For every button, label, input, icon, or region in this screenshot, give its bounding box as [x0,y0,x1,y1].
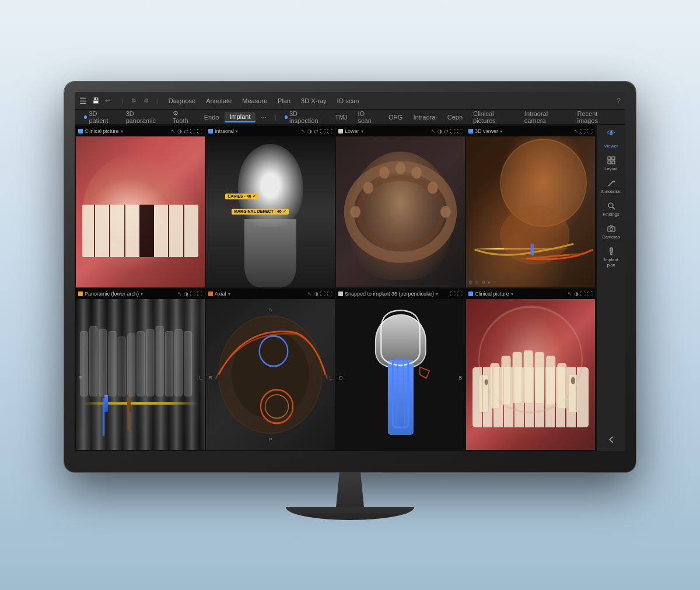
panel-title-3d-viewer: 3D viewer ▾ [468,128,502,134]
nav-annotate[interactable]: Annotate [201,96,236,106]
svg-point-7 [428,182,438,194]
panel-clinical-top: Clinical picture ▾ ↖ ◑ ⇄ ⛶ ⛶ [76,126,205,287]
panel-ctrl-8-expand[interactable]: ⛶ [580,291,586,297]
panel-title-panoramic: Panoramic (lower arch) ▾ [78,291,143,297]
panel-ctrl-2-fullscreen[interactable]: ⛶ [327,128,332,134]
panel-perpendicular: Snapped to implant 36 (perpendicular) ▾ … [336,289,465,450]
sub-recent[interactable]: Recent images [572,109,621,125]
panel-ctrl-2-contrast[interactable]: ◑ [307,128,312,134]
panel-chevron-5[interactable]: ▾ [141,292,143,297]
panel-ctrl-6-fullscreen[interactable]: ⛶ [327,291,332,297]
toolbar-sub: 3D patient 3D panoramic ⚙ Tooth Endo Imp… [75,110,625,125]
panel-ctrl-6-cursor[interactable]: ↖ [307,291,312,297]
sidebar-item-cameras[interactable]: Cameras [598,222,624,242]
panel-panoramic: Panoramic (lower arch) ▾ ↖ ◑ ⛶ ⛶ [76,289,205,450]
help-icon[interactable]: ? [617,97,621,105]
panel-ctrl-6-contrast[interactable]: ◑ [314,291,318,297]
nav-io-scan[interactable]: IO scan [332,96,363,106]
menu-icon[interactable]: ☰ [79,96,87,106]
svg-rect-22 [174,329,182,396]
sub-implant[interactable]: Implant [225,112,255,122]
sub-io-scan[interactable]: IO scan [354,109,383,125]
panel-ctrl-3-contrast[interactable]: ◑ [438,128,442,134]
sub-tooth[interactable]: ⚙ Tooth [168,108,198,125]
panel-ctrl-3-fullscreen[interactable]: ⛶ [457,128,463,134]
sub-more[interactable]: ··· [257,113,271,122]
panel-chevron-6[interactable]: ▾ [228,292,230,297]
panel-ctrl-2-flip[interactable]: ⇄ [314,128,318,134]
settings-icon[interactable]: ⚙ [130,96,138,105]
panel-ctrl-5-contrast[interactable]: ◑ [184,291,188,297]
panel-ctrl-expand[interactable]: ⛶ [190,128,195,134]
nav-diagnose[interactable]: Diagnose [164,96,200,106]
svg-rect-49 [612,161,615,164]
panel-ctrl-3-expand[interactable]: ⛶ [450,128,456,134]
sub-3d-patient[interactable]: 3D patient [79,109,120,125]
sidebar-collapse-btn[interactable] [598,433,624,448]
sub-intraoral-cam[interactable]: Intraoral camera [520,109,572,125]
sub-endo[interactable]: Endo [200,113,224,122]
panel-label-panoramic: Panoramic (lower arch) [85,291,139,297]
sub-clinical[interactable]: Clinical pictures [468,109,519,125]
sub-3d-inspection[interactable]: 3D inspection [280,109,330,125]
svg-rect-48 [608,161,611,164]
svg-marker-51 [613,180,615,182]
panel-chevron-1[interactable]: ▾ [121,129,123,134]
sidebar-item-findings[interactable]: Findings [598,199,624,219]
panel-controls-4: ↖ ⛶ ⛶ [574,128,593,134]
sub-opg[interactable]: OPG [384,113,407,122]
panel-chevron-7[interactable]: ▾ [436,292,438,297]
svg-rect-14 [99,329,107,396]
svg-rect-31 [393,360,408,428]
sub-tmj[interactable]: TMJ [330,113,352,122]
panel-ctrl-5-cursor[interactable]: ↖ [177,291,182,297]
svg-rect-19 [146,329,154,396]
panel-ctrl-3-flip[interactable]: ⇄ [444,128,449,134]
panel-ctrl-flip[interactable]: ⇄ [184,128,188,134]
sub-3d-panoramic[interactable]: 3D panoramic [121,109,167,125]
sidebar-item-implant-plan[interactable]: Implant plan [598,244,624,270]
panel-ctrl-8-contrast[interactable]: ◑ [574,291,579,297]
panel-ctrl-4-cursor[interactable]: ↖ [574,128,579,134]
panel-ctrl-5-expand[interactable]: ⛶ [190,291,195,297]
panel-ctrl-7-fullscreen[interactable]: ⛶ [457,291,463,297]
panel-img-axial: A P R L [206,299,335,450]
save-icon[interactable]: 💾 [90,96,101,105]
panel-ctrl-cursor[interactable]: ↖ [171,128,176,134]
sub-ceph[interactable]: Ceph [443,113,467,122]
panel-ctrl-4-fullscreen[interactable]: ⛶ [587,128,593,134]
sidebar-annotation-label: Annotation [601,189,622,194]
sub-intraoral[interactable]: Intraoral [408,113,441,122]
panel-ctrl-2-cursor[interactable]: ↖ [301,128,306,134]
panel-ctrl-8-fullscreen[interactable]: ⛶ [587,291,593,297]
panel-ctrl-6-expand[interactable]: ⛶ [320,291,326,297]
panel-chevron-8[interactable]: ▾ [511,292,513,297]
panel-ctrl-2-expand[interactable]: ⛶ [320,128,326,134]
nav-measure[interactable]: Measure [237,96,272,106]
panel-ctrl-8-cursor[interactable]: ↖ [568,291,572,297]
panel-img-xray: CARIES - 46 ✓ MARGINAL DEFECT - 46 ✓ [206,136,335,287]
monitor-neck [332,472,368,507]
panel-ctrl-contrast[interactable]: ◑ [177,128,182,134]
svg-rect-13 [90,326,97,396]
panel-ctrl-fullscreen[interactable]: ⛶ [197,128,202,134]
panel-ctrl-4-expand[interactable]: ⛶ [580,128,586,134]
panel-ctrl-7-expand[interactable]: ⛶ [450,291,456,297]
axial-image: A P R L [206,299,335,450]
panel-ctrl-5-fullscreen[interactable]: ⛶ [197,291,202,297]
panel-ctrl-3-cursor[interactable]: ↖ [431,128,436,134]
panel-controls-5: ↖ ◑ ⛶ ⛶ [177,291,202,297]
sidebar-item-annotation[interactable]: Annotation [598,176,624,196]
layout-icon [607,156,616,165]
settings2-icon[interactable]: ⚙ [142,96,150,105]
panel-chevron-2[interactable]: ▾ [236,129,238,134]
undo-icon[interactable]: ↩ [103,96,111,105]
sidebar-item-layout[interactable]: Layout [598,153,624,174]
svg-point-4 [379,167,390,179]
nav-3d-xray[interactable]: 3D X-ray [296,96,331,106]
panel-controls-7: ⛶ ⛶ [450,291,463,297]
nav-plan[interactable]: Plan [273,96,295,106]
toolbar-nav: Diagnose Annotate Measure Plan 3D X-ray … [164,96,614,106]
panel-chevron-4[interactable]: ▾ [500,129,502,134]
panel-chevron-3[interactable]: ▾ [361,129,363,134]
